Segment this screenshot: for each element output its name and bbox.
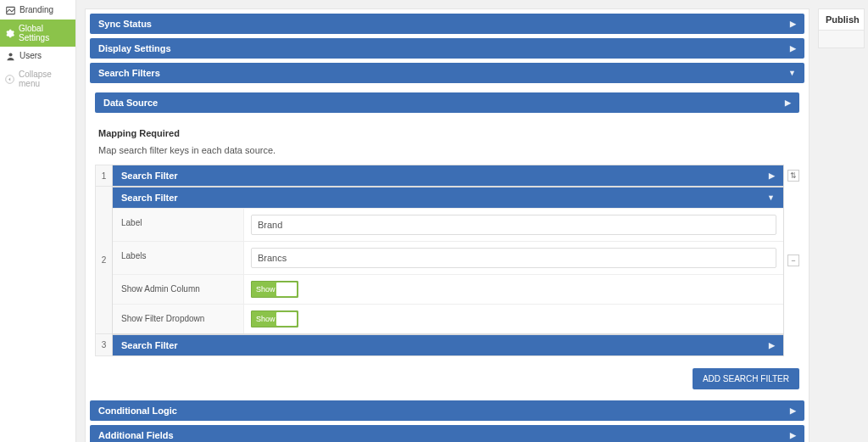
field-key: Labels — [113, 242, 244, 274]
svg-point-1 — [8, 53, 12, 57]
toggle-knob — [276, 312, 297, 326]
panel-title: Sync Status — [98, 19, 152, 29]
filter-block-1: 1 Search Filter ▶ ⇅ — [95, 165, 799, 187]
reorder-icon[interactable]: ⇅ — [787, 170, 799, 182]
chevron-right-icon: ▶ — [769, 341, 775, 350]
remove-icon[interactable]: − — [787, 255, 799, 266]
sidebar-item-branding[interactable]: Branding — [0, 0, 75, 20]
label-input[interactable] — [251, 215, 776, 235]
main-content: Sync Status ▶ Display Settings ▶ Search … — [85, 8, 810, 442]
mapping-title: Mapping Required — [98, 128, 796, 138]
panel-display-settings[interactable]: Display Settings ▶ — [90, 38, 804, 59]
add-filter-row: ADD SEARCH FILTER — [90, 361, 804, 396]
chevron-right-icon: ▶ — [785, 98, 791, 107]
panel-additional-fields[interactable]: Additional Fields ▶ — [90, 425, 804, 442]
toggle-label: Show — [256, 285, 275, 294]
filter-block-3: 3 Search Filter ▶ — [95, 334, 799, 356]
panel-sync-status[interactable]: Sync Status ▶ — [90, 14, 804, 34]
filter-title: Search Filter — [121, 171, 178, 181]
publish-body — [819, 31, 864, 48]
chevron-down-icon: ▼ — [767, 193, 775, 202]
publish-title: Publish — [819, 9, 864, 31]
field-label-row: Label — [113, 208, 783, 241]
field-key: Show Filter Dropdown — [113, 305, 244, 333]
panel-data-source[interactable]: Data Source ▶ — [95, 92, 799, 113]
search-filters-content: Data Source ▶ Mapping Required Map searc… — [90, 87, 804, 396]
panel-conditional-logic[interactable]: Conditional Logic ▶ — [90, 400, 804, 421]
gear-icon — [5, 27, 14, 38]
filter-header-1[interactable]: Search Filter ▶ — [113, 165, 783, 186]
mapping-description: Map search filter keys in each data sour… — [98, 145, 796, 155]
publish-metabox: Publish — [818, 8, 865, 48]
sidebar-label: Branding — [19, 5, 53, 14]
panel-title: Search Filters — [98, 68, 160, 78]
field-key: Label — [113, 209, 244, 241]
sidebar-item-users[interactable]: Users — [0, 47, 75, 66]
field-admin-row: Show Admin Column Show — [113, 274, 783, 304]
sidebar-item-global-settings[interactable]: Global Settings — [0, 20, 75, 47]
toggle-label: Show — [256, 315, 275, 323]
filter-number: 1 — [95, 165, 112, 187]
filter-header-3[interactable]: Search Filter ▶ — [113, 335, 783, 355]
toggle-knob — [276, 283, 297, 296]
admin-sidebar: Branding Global Settings Users Collapse … — [0, 0, 76, 442]
panel-search-filters[interactable]: Search Filters ▼ — [90, 63, 804, 83]
chevron-right-icon: ▶ — [790, 406, 796, 415]
add-search-filter-button[interactable]: ADD SEARCH FILTER — [693, 368, 799, 389]
panel-title: Data Source — [103, 98, 158, 108]
filter-block-2: 2 Search Filter ▼ Label Labels — [95, 187, 799, 334]
sidebar-label: Users — [19, 51, 42, 60]
filter-number: 2 — [95, 187, 112, 334]
field-labels-row: Labels — [113, 241, 783, 274]
chevron-left-icon — [5, 74, 14, 85]
admin-column-toggle[interactable]: Show — [251, 281, 298, 298]
filter-dropdown-toggle[interactable]: Show — [251, 311, 298, 327]
panel-title: Conditional Logic — [98, 406, 177, 416]
user-icon — [5, 51, 15, 62]
filter-number: 3 — [95, 334, 112, 356]
field-dropdown-row: Show Filter Dropdown Show — [113, 304, 783, 333]
field-key: Show Admin Column — [113, 275, 244, 304]
chevron-right-icon: ▶ — [790, 431, 796, 439]
sidebar-label: Collapse menu — [19, 70, 70, 88]
settings-box: Sync Status ▶ Display Settings ▶ Search … — [85, 8, 810, 442]
chevron-right-icon: ▶ — [769, 171, 775, 180]
image-icon — [5, 4, 15, 15]
chevron-right-icon: ▶ — [790, 20, 796, 28]
sidebar-label: Global Settings — [19, 24, 70, 42]
chevron-down-icon: ▼ — [788, 69, 796, 77]
mapping-section: Mapping Required Map search filter keys … — [90, 118, 804, 159]
chevron-right-icon: ▶ — [790, 44, 796, 53]
filter-header-2[interactable]: Search Filter ▼ — [113, 187, 783, 208]
sidebar-item-collapse[interactable]: Collapse menu — [0, 65, 75, 92]
panel-title: Display Settings — [98, 43, 171, 53]
labels-input[interactable] — [251, 248, 776, 268]
panel-title: Additional Fields — [98, 430, 174, 440]
filter-title: Search Filter — [121, 340, 178, 350]
filter-title: Search Filter — [121, 193, 178, 203]
